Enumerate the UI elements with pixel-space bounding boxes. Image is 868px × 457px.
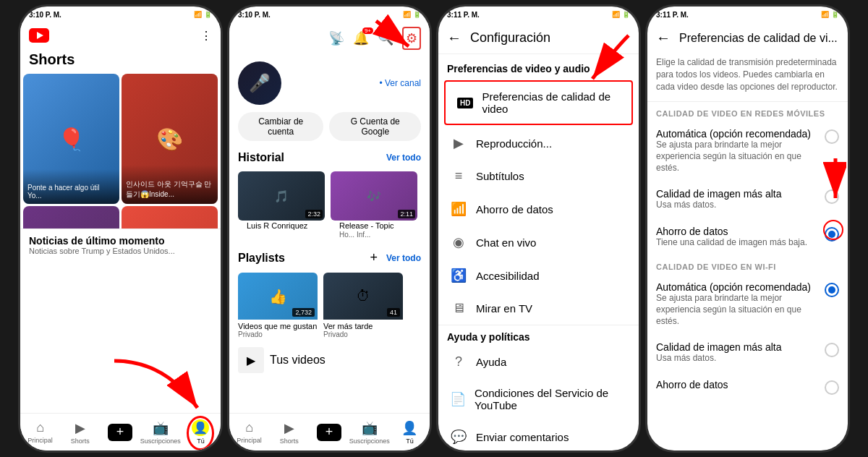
quality-wifi-auto-text: Automática (opción recomendada) Se ajust… bbox=[656, 281, 819, 327]
cambiar-cuenta-btn[interactable]: Cambiar de cuenta bbox=[238, 112, 323, 141]
history-thumb-1[interactable]: 🎵 2:32 bbox=[238, 171, 325, 221]
short-thumb-1[interactable]: 🎈 Ponte a hacer algo útil Yo... bbox=[23, 74, 119, 204]
phone3-status-bar: 3:11 P. M. 📶 🔋 bbox=[438, 7, 639, 22]
tus-videos-row[interactable]: ▶ Tus videos bbox=[229, 343, 430, 377]
cuenta-google-label: G Cuenta de Google bbox=[338, 116, 412, 137]
radio-mobile-high[interactable] bbox=[825, 189, 839, 204]
phone3-status-icons: 📶 🔋 bbox=[612, 11, 630, 18]
quality-high-text: Calidad de imagen más alta Usa más datos… bbox=[656, 188, 819, 211]
cambiar-cuenta-label: Cambiar de cuenta bbox=[247, 116, 315, 137]
config-chat-label: Chat en vivo bbox=[476, 236, 536, 249]
nav-add-2[interactable]: + bbox=[310, 414, 349, 450]
quality-mobile-auto[interactable]: Automática (opción recomendada) Se ajust… bbox=[647, 121, 848, 181]
nav-shorts-2[interactable]: ▶ Shorts bbox=[269, 414, 309, 450]
history-info-2: Release - Topic Ho... Inf... bbox=[331, 221, 417, 243]
add-playlist-icon[interactable]: + bbox=[370, 250, 378, 265]
nav-add-1[interactable]: + bbox=[101, 414, 140, 450]
profile-avatar: 🎤 bbox=[238, 61, 281, 105]
home-icon: ⌂ bbox=[36, 420, 44, 435]
cuenta-google-btn[interactable]: G Cuenta de Google bbox=[329, 112, 421, 141]
shorts-icon-2: ▶ bbox=[284, 420, 294, 436]
nav-shorts-1[interactable]: ▶ Shorts bbox=[60, 414, 100, 450]
quality-wifi-high-sub: Usa más datos. bbox=[656, 353, 819, 364]
nav-tu-1[interactable]: 👤 Tú bbox=[181, 414, 221, 450]
config-feedback-label: Enviar comentarios bbox=[476, 431, 569, 443]
nav-tu-2[interactable]: 👤 Tú bbox=[390, 414, 430, 450]
config-item-chat[interactable]: ◉ Chat en vivo bbox=[438, 226, 639, 259]
nav-label-p2: Principal bbox=[237, 437, 262, 444]
short-bg-4: 😂 bbox=[122, 206, 218, 228]
more-icon[interactable]: ⋮ bbox=[200, 29, 212, 43]
quality-wifi-auto-title: Automática (opción recomendada) bbox=[656, 281, 819, 293]
tv-icon: 🖥 bbox=[450, 301, 467, 316]
quality-mobile-high[interactable]: Calidad de imagen más alta Usa más datos… bbox=[647, 181, 848, 218]
subtitles-icon: ≡ bbox=[450, 168, 467, 184]
config-back-btn[interactable]: ← bbox=[447, 30, 461, 46]
radio-mobile-auto[interactable] bbox=[825, 129, 839, 144]
history-item-1: 🎵 2:32 Luis R Conriquez bbox=[238, 171, 325, 243]
playlist-item-1[interactable]: 👍 2,732 Videos que me gustan Privado bbox=[238, 273, 318, 338]
cast-icon[interactable]: 📡 bbox=[328, 30, 344, 46]
nav-label-s2: Shorts bbox=[280, 437, 299, 445]
ver-canal-link[interactable]: • Ver canal bbox=[379, 78, 421, 88]
playlist-count-2: 41 bbox=[387, 308, 400, 317]
quality-back-btn[interactable]: ← bbox=[656, 30, 671, 46]
config-item-subtitulos[interactable]: ≡ Subtítulos bbox=[438, 160, 639, 192]
config-item-feedback[interactable]: 💬 Enviar comentarios bbox=[438, 420, 639, 450]
quality-wifi-high[interactable]: Calidad de imagen más alta Usa más datos… bbox=[647, 334, 848, 372]
config-item-accesibilidad[interactable]: ♿ Accesibilidad bbox=[438, 259, 639, 292]
config-item-tv[interactable]: 🖥 Mirar en TV bbox=[438, 292, 639, 325]
settings-icon[interactable]: ⚙ bbox=[402, 27, 421, 50]
playlist-item-2[interactable]: ⏱ 41 Ver más tarde Privado bbox=[323, 273, 403, 338]
playlist-name-1: Videos que me gustan bbox=[238, 322, 318, 330]
short-thumb-4[interactable]: 😂 POV ANGER went Hospital, but Joy??... bbox=[122, 206, 218, 228]
quality-wifi-auto[interactable]: Automática (opción recomendada) Se ajust… bbox=[647, 274, 848, 334]
nav-principal-1[interactable]: ⌂ Principal bbox=[20, 414, 60, 450]
quality-wifi-high-text: Calidad de imagen más alta Usa más datos… bbox=[656, 341, 819, 364]
news-section: Noticias de último momento Noticias sobr… bbox=[20, 228, 221, 258]
search-icon-p2[interactable]: 🔍 bbox=[378, 30, 393, 46]
quality-save-title: Ahorro de datos bbox=[656, 226, 819, 237]
playlists-ver-todo[interactable]: Ver todo bbox=[386, 253, 421, 263]
config-item-ayuda[interactable]: ? Ayuda bbox=[438, 346, 639, 378]
config-item-condiciones[interactable]: 📄 Condiciones del Servicio de YouTube bbox=[438, 378, 639, 420]
quality-mobile-save-wrapper: Ahorro de datos Tiene una calidad de ima… bbox=[647, 218, 848, 256]
quality-mobile-save[interactable]: Ahorro de datos Tiene una calidad de ima… bbox=[647, 218, 848, 256]
short-thumb-2[interactable]: 🎨 인사이드 아웃 기억구슬 만들기😱Inside... bbox=[122, 74, 218, 204]
short-thumb-3[interactable]: 😄 CUANDO TE QUIEREN VACUNAR bbox=[23, 206, 119, 228]
config-item-ahorro[interactable]: 📶 Ahorro de datos bbox=[438, 192, 639, 226]
playlist-count-1: 2,732 bbox=[292, 308, 315, 317]
nav-principal-2[interactable]: ⌂ Principal bbox=[229, 414, 269, 450]
quality-description: Elige la calidad de transmisión predeter… bbox=[647, 54, 848, 102]
youtube-logo-icon bbox=[29, 28, 49, 43]
historial-ver-todo[interactable]: Ver todo bbox=[386, 153, 421, 163]
nav-subs-2[interactable]: 📺 Suscripciones bbox=[349, 414, 390, 450]
phone4-content: ← Preferencias de calidad de vi... Elige… bbox=[647, 22, 848, 450]
nav-label-tu2: Tú bbox=[406, 437, 414, 445]
phone2-bottom-nav: ⌂ Principal ▶ Shorts + 📺 Suscripciones 👤… bbox=[229, 413, 430, 450]
radio-wifi-high[interactable] bbox=[825, 343, 839, 357]
quality-high-title: Calidad de imagen más alta bbox=[656, 188, 819, 200]
quality-wifi-save[interactable]: Ahorro de datos bbox=[647, 372, 848, 402]
phone1-content: ⋮ Shorts 🎈 Ponte a hacer algo útil Yo...… bbox=[20, 22, 221, 450]
phone-3: 3:11 P. M. 📶 🔋 ← Configuración Preferenc… bbox=[436, 4, 641, 453]
nav-label-subs: Suscripciones bbox=[140, 437, 181, 445]
nav-subs-1[interactable]: 📺 Suscripciones bbox=[140, 414, 181, 450]
radio-mobile-save[interactable] bbox=[825, 227, 839, 242]
history-thumb-2[interactable]: 🎶 2:11 bbox=[331, 171, 417, 221]
history-item-2: 🎶 2:11 Release - Topic Ho... Inf... bbox=[331, 171, 417, 243]
playlist-vis-2: Privado bbox=[323, 330, 403, 338]
accessibility-icon: ♿ bbox=[450, 268, 467, 283]
playlist-img-1: 👍 2,732 bbox=[238, 273, 318, 320]
config-item-quality[interactable]: HD Preferencias de calidad de video bbox=[446, 82, 631, 124]
config-item-reproduccion[interactable]: ▶ Reproducción... bbox=[438, 127, 639, 160]
tus-videos-label: Tus videos bbox=[270, 354, 326, 367]
history-grid: 🎵 2:32 Luis R Conriquez 🎶 2:11 Release -… bbox=[229, 167, 430, 247]
radio-wifi-save[interactable] bbox=[825, 380, 839, 395]
history-title-1: Luis R Conriquez bbox=[247, 221, 316, 231]
home-icon-2: ⌂ bbox=[245, 420, 253, 435]
quality-wifi-save-title: Ahorro de datos bbox=[656, 379, 819, 390]
phone1-header: ⋮ bbox=[20, 22, 221, 48]
playlist-vis-1: Privado bbox=[238, 330, 318, 338]
radio-wifi-auto[interactable] bbox=[825, 283, 839, 297]
